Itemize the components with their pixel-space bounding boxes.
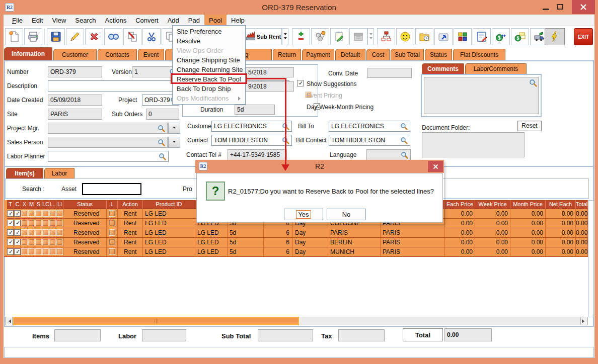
cell-duration[interactable]: 5d: [228, 247, 264, 257]
shortcut-key-button[interactable]: [434, 28, 453, 45]
menu-pool[interactable]: Pool: [204, 15, 227, 26]
row-checkbox-i_[interactable]: [49, 239, 56, 245]
cell-ic[interactable]: [42, 238, 49, 247]
search-icon[interactable]: [158, 125, 165, 132]
cell-each_price[interactable]: 0.00: [445, 219, 475, 228]
save-button[interactable]: [47, 28, 65, 45]
cut-button[interactable]: [142, 28, 161, 45]
cell-l[interactable]: [107, 247, 118, 257]
tab-flat-discounts[interactable]: Flat Discounts: [453, 49, 505, 60]
cell-i_[interactable]: [49, 247, 56, 257]
column-header-status[interactable]: Status: [63, 200, 107, 209]
row-checkbox-i_[interactable]: [49, 220, 56, 226]
search-icon[interactable]: [159, 153, 166, 160]
document-folder-textarea[interactable]: [422, 132, 525, 157]
row-checkbox-l[interactable]: [109, 210, 115, 217]
sales-person-dropdown[interactable]: [168, 137, 180, 148]
cell-action[interactable]: Rent: [118, 209, 143, 219]
cell-l[interactable]: [107, 219, 118, 228]
close-button[interactable]: [572, 0, 595, 14]
cell-each_price[interactable]: 0.00: [445, 238, 475, 247]
cell-c[interactable]: [14, 219, 21, 228]
row-checkbox-i_[interactable]: [49, 210, 56, 217]
print-button[interactable]: [24, 28, 42, 45]
cell-t[interactable]: [7, 219, 14, 228]
send-money-button[interactable]: [492, 28, 510, 45]
cell-c[interactable]: [14, 209, 21, 219]
cell-net_each[interactable]: 0.00: [546, 228, 576, 238]
cell-status[interactable]: Reserved: [63, 228, 107, 238]
cell-qty[interactable]: 6: [264, 238, 293, 247]
cell-i_[interactable]: [49, 209, 56, 219]
tab-items[interactable]: Item(s): [6, 168, 43, 178]
cell-action[interactable]: Rent: [118, 228, 143, 238]
cell-ii[interactable]: [56, 209, 63, 219]
cell-net_each[interactable]: 0.00: [546, 238, 576, 247]
search-icon[interactable]: [529, 79, 537, 87]
tab-contacts[interactable]: Contacts: [98, 49, 137, 60]
row-checkbox-ii[interactable]: [56, 229, 63, 236]
dialog-title-bar[interactable]: R2 R2: [195, 160, 444, 173]
tab-status[interactable]: Status: [425, 49, 452, 60]
cell-m[interactable]: [28, 219, 35, 228]
cell-ic[interactable]: [42, 228, 49, 238]
cell-x[interactable]: [21, 209, 28, 219]
row-checkbox-ic[interactable]: [42, 229, 49, 236]
row-checkbox-m[interactable]: [28, 239, 35, 245]
cell-total[interactable]: 0.00: [576, 228, 588, 238]
cell-t[interactable]: [7, 209, 14, 219]
row-checkbox-t[interactable]: [7, 239, 14, 245]
cell-each_price[interactable]: 0.00: [445, 247, 475, 257]
row-checkbox-m[interactable]: [28, 248, 35, 255]
column-header-l[interactable]: L: [107, 200, 118, 209]
bill-to-field[interactable]: LG ELECTRONICS: [329, 121, 410, 132]
row-checkbox-x[interactable]: [21, 248, 28, 255]
row-checkbox-l[interactable]: [109, 239, 115, 245]
row-checkbox-s[interactable]: [35, 239, 42, 245]
cell-total[interactable]: 0.00: [576, 247, 588, 257]
cell-c[interactable]: [14, 247, 21, 257]
menu-item-resolve[interactable]: Resolve: [173, 36, 245, 46]
cell-status[interactable]: Reserved: [63, 209, 107, 219]
tab-customer[interactable]: Customer: [53, 49, 97, 60]
row-checkbox-x[interactable]: [21, 220, 28, 226]
cell-week_price[interactable]: 0.00: [475, 247, 510, 257]
cell-week_price[interactable]: 0.00: [475, 219, 510, 228]
column-header-ic[interactable]: I.C: [42, 200, 49, 209]
cell-i_[interactable]: [49, 219, 56, 228]
bill-contact-field[interactable]: TOM HIDDLESTON: [329, 135, 410, 146]
cell-unit[interactable]: Day: [293, 247, 328, 257]
cell-s[interactable]: [35, 228, 42, 238]
column-header-week_price[interactable]: Week Price: [475, 200, 510, 209]
table-row[interactable]: ReservedRentLG LEDLG LED5d6DayBERLINPARI…: [7, 238, 588, 247]
column-header-ii[interactable]: I.I: [56, 200, 63, 209]
scroll-left-button[interactable]: [5, 317, 13, 325]
cell-product_id[interactable]: LG LED: [143, 209, 195, 219]
menu-item-site-preference[interactable]: Site Preference: [173, 27, 245, 36]
column-header-t[interactable]: T: [7, 200, 14, 209]
column-header-month_price[interactable]: Month Price: [510, 200, 546, 209]
cell-unit[interactable]: Day: [293, 238, 328, 247]
find-button[interactable]: [104, 28, 122, 45]
cell-unit[interactable]: Day: [293, 228, 328, 238]
row-checkbox-ii[interactable]: [56, 248, 63, 255]
edit-note-button[interactable]: [473, 28, 491, 45]
new-document-button[interactable]: [5, 28, 23, 45]
cell-action[interactable]: Rent: [118, 247, 143, 257]
row-checkbox-m[interactable]: [28, 229, 35, 236]
row-checkbox-l[interactable]: [109, 220, 115, 226]
cell-status[interactable]: Reserved: [63, 247, 107, 257]
labor-planner-field[interactable]: [48, 151, 169, 162]
maximize-button[interactable]: [557, 4, 563, 10]
column-header-net_each[interactable]: Net Each: [546, 200, 576, 209]
cell-ii[interactable]: [56, 238, 63, 247]
billing-button[interactable]: [511, 28, 529, 45]
tab-labor-comments[interactable]: LaborComments: [465, 63, 527, 74]
row-checkbox-c[interactable]: [14, 248, 21, 255]
cell-month_price[interactable]: 0.00: [510, 228, 546, 238]
cell-ic[interactable]: [42, 209, 49, 219]
cell-site[interactable]: PARIS: [381, 238, 445, 247]
scroll-right-button[interactable]: [580, 317, 588, 325]
column-header-action[interactable]: Action: [118, 200, 143, 209]
comments-textarea[interactable]: [424, 77, 539, 114]
